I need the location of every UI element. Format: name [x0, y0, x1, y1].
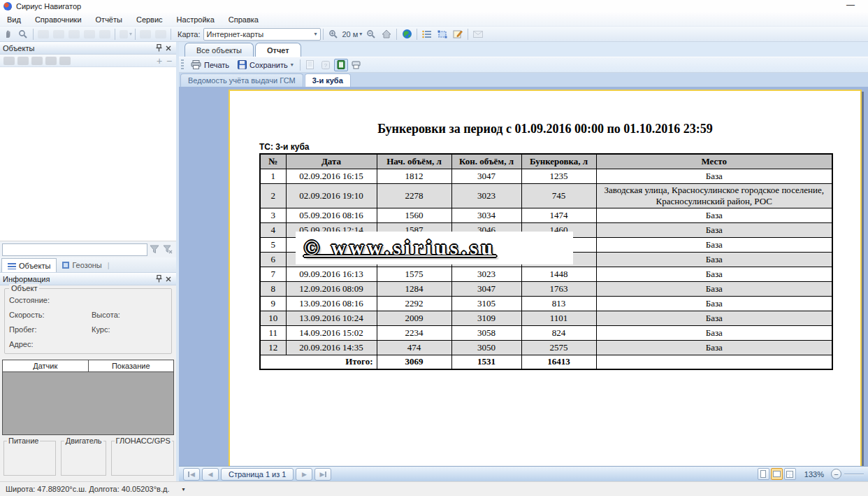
menu-reports[interactable]: Отчёты: [89, 13, 129, 26]
expand-all-icon[interactable]: +: [154, 57, 164, 65]
list-icon[interactable]: [420, 28, 434, 41]
binoculars-icon[interactable]: [17, 57, 29, 65]
collapse-all-icon[interactable]: −: [164, 57, 174, 65]
report-tab-bar: Ведомость учёта выдачи ГСМ 3-и куба: [179, 73, 868, 87]
cell-end: 3109: [451, 311, 521, 325]
home-icon[interactable]: [379, 28, 393, 41]
flag-icon[interactable]: [98, 28, 112, 41]
selection-area-icon[interactable]: [435, 28, 449, 41]
cell-num: 6: [260, 252, 286, 267]
track-icon[interactable]: [154, 28, 168, 41]
left-panel: Объекты + −: [0, 42, 176, 481]
globe-icon[interactable]: [400, 28, 414, 41]
filter-input[interactable]: [2, 243, 147, 256]
cell-end: 3034: [451, 208, 521, 222]
multi-page-view-button[interactable]: [784, 468, 796, 480]
show-on-map-icon[interactable]: [31, 57, 43, 65]
tab-all-objects[interactable]: Все объекты: [185, 43, 254, 57]
filter-row: [0, 241, 176, 257]
cell-start: 1284: [377, 281, 451, 296]
report-viewport[interactable]: Бункеровки за период с 01.09.2016 00:00 …: [179, 87, 868, 466]
app-logo-icon: [3, 2, 12, 10]
menu-view[interactable]: Вид: [0, 13, 28, 26]
last-page-button[interactable]: ▶: [314, 468, 331, 481]
single-page-view-button[interactable]: [758, 468, 769, 480]
next-page-button[interactable]: ▶: [296, 468, 312, 481]
first-page-button[interactable]: ◀: [183, 468, 200, 481]
select-map-area-icon[interactable]: [36, 28, 50, 41]
save-dropdown-icon[interactable]: ▾: [291, 62, 294, 68]
sensor-table: Датчик Показание: [2, 360, 174, 435]
state-label: Состояние:: [9, 296, 92, 304]
engine-groupbox: Двигатель: [61, 441, 106, 476]
watermark: © www.sirius.su: [296, 232, 573, 264]
add-vehicle-icon[interactable]: [3, 57, 15, 65]
main-area: Все объекты Отчет Печать Сохранить ▾ ?: [179, 42, 868, 481]
tab-gsm-ledger[interactable]: Ведомость учёта выдачи ГСМ: [180, 73, 303, 87]
report-view-icon[interactable]: [334, 59, 348, 71]
zoom-in-icon[interactable]: [326, 28, 340, 41]
scale-selector[interactable]: 20 м ▾: [342, 30, 363, 38]
objects-list[interactable]: [0, 67, 176, 241]
status-dropdown-icon[interactable]: ▾: [182, 486, 185, 493]
edit-note-icon[interactable]: [451, 28, 465, 41]
menu-service[interactable]: Сервис: [129, 13, 170, 26]
print-button[interactable]: Печать: [187, 58, 233, 72]
save-button[interactable]: Сохранить ▾: [233, 58, 298, 72]
cell-place: База: [596, 281, 832, 296]
minimize-button[interactable]: —: [843, 1, 858, 11]
mail-icon[interactable]: [471, 28, 485, 41]
zoom-out-icon[interactable]: [364, 28, 378, 41]
height-label: Высота:: [92, 311, 120, 319]
close-icon[interactable]: [164, 43, 173, 53]
document-tab-bar: Все объекты Отчет: [179, 42, 868, 57]
col-num: №: [260, 154, 286, 169]
power-groupbox: Питание: [3, 441, 56, 476]
close-icon[interactable]: [164, 274, 173, 284]
pin-icon[interactable]: [154, 43, 164, 53]
engine-label: Двигатель: [64, 437, 103, 445]
cell-date: 02.09.2016 19:10: [286, 183, 377, 208]
pan-hand-icon[interactable]: [1, 28, 15, 41]
filter-apply-icon[interactable]: [150, 245, 161, 255]
pin-icon[interactable]: [154, 274, 164, 284]
report-table-row: 1220.09.2016 14:3547430502575База: [260, 340, 832, 355]
page-setup-icon[interactable]: [303, 59, 317, 71]
filter-clear-icon[interactable]: [163, 245, 174, 255]
cell-num: 8: [260, 281, 286, 296]
col-place: Место: [596, 154, 832, 169]
tab-3i-kuba[interactable]: 3-и куба: [305, 73, 351, 87]
cell-date: 13.09.2016 08:16: [286, 296, 377, 311]
vehicle-icon[interactable]: [45, 57, 57, 65]
select-polygon-icon[interactable]: [52, 28, 66, 41]
report-table-row: 1013.09.2016 10:24200931091101База: [260, 311, 832, 325]
fit-width-view-button[interactable]: [771, 468, 783, 480]
print-preview-icon[interactable]: [349, 59, 363, 71]
tab-report[interactable]: Отчет: [255, 43, 301, 57]
zoom-tool-icon[interactable]: [16, 28, 30, 41]
help-icon[interactable]: ?: [319, 59, 333, 71]
tab-objects[interactable]: Объекты: [1, 258, 57, 272]
totals-bunker: 16413: [521, 355, 596, 369]
left-tab-bar: Объекты Геозоны |: [0, 257, 176, 273]
rect-geozone-icon[interactable]: [82, 28, 96, 41]
menu-directories[interactable]: Справочники: [28, 13, 89, 26]
pager-bar: ◀ ◀ Страница 1 из 1 ▶ ▶ 133% −: [179, 466, 868, 481]
follow-icon[interactable]: [59, 57, 71, 65]
cell-start: 2009: [377, 311, 451, 325]
zoom-slider[interactable]: [844, 474, 864, 475]
map-select[interactable]: Интернет-карты ▾: [203, 28, 321, 41]
menu-settings[interactable]: Настройка: [170, 13, 222, 26]
zoom-out-button[interactable]: −: [831, 469, 841, 479]
ruler-icon[interactable]: [138, 28, 152, 41]
tab-geozones[interactable]: Геозоны: [57, 258, 107, 272]
power-label: Питание: [7, 437, 40, 445]
col-date: Дата: [286, 154, 377, 169]
menu-help[interactable]: Справка: [222, 13, 266, 26]
circle-geozone-icon[interactable]: [67, 28, 81, 41]
cell-place: База: [596, 169, 832, 183]
layers-icon[interactable]: ▾: [118, 28, 132, 41]
report-table-row: 913.09.2016 08:1622923105813База: [260, 296, 832, 311]
object-group-label: Объект: [9, 284, 39, 292]
previous-page-button[interactable]: ◀: [202, 468, 219, 481]
